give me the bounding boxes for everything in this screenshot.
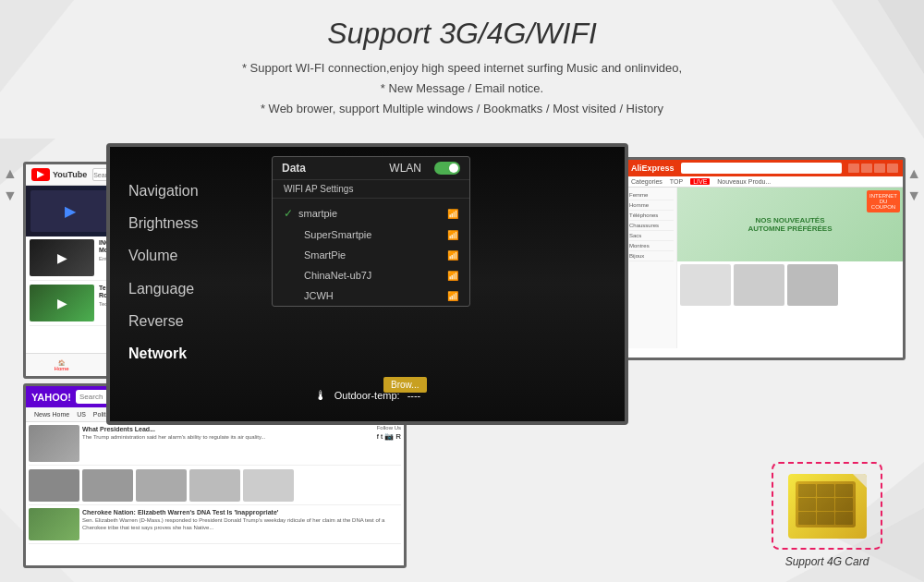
yahoo-article-1[interactable]: What Presidents Lead... The Trump admini…: [29, 425, 401, 466]
menu-item-brightness[interactable]: Brightness: [128, 207, 199, 239]
wifi-signal-icon-3: 📶: [447, 271, 458, 281]
ya-img-2a: [29, 469, 79, 502]
ali-secondary-nav: Categories TOP LIVE Nouveaux Produ...: [626, 176, 903, 188]
yt-nav-home[interactable]: 🏠Home: [55, 359, 69, 371]
yahoo-article-title-3: Cherokee Nation: Elizabeth Warren's DNA …: [82, 508, 401, 516]
ya-img-2d: [189, 469, 240, 502]
wifi-name-jcwh: JCWH: [304, 290, 334, 301]
ali-product-2[interactable]: [734, 264, 784, 306]
ali-product-3[interactable]: [787, 264, 838, 306]
instagram-icon: 📷: [384, 432, 394, 441]
subtitle-line-3: * Web brower, support Multiple windows /…: [18, 99, 906, 119]
menu-item-reverse[interactable]: Reverse: [128, 305, 199, 337]
wifi-network-jcwh[interactable]: JCWH 📶: [273, 285, 469, 306]
ali-nav-nouveaux[interactable]: Nouveaux Produ...: [717, 178, 771, 185]
yahoo-nav-news[interactable]: News Home: [30, 409, 73, 419]
play-icon: ▶: [65, 202, 76, 220]
ali-sidebar-femme[interactable]: Femme: [629, 190, 674, 200]
yahoo-article-text-3: Cherokee Nation: Elizabeth Warren's DNA …: [82, 508, 401, 540]
wifi-network-smartpie[interactable]: ✓ smartpie 📶: [273, 202, 469, 224]
wifi-panel: Data WLAN WIFI AP Settings ✓ smartpie 📶: [272, 156, 470, 307]
facebook-icon: f: [377, 432, 379, 441]
ali-product-1[interactable]: [680, 264, 731, 306]
chip-cell-7: [798, 512, 816, 525]
right-navigation-arrows: ▲ ▼: [906, 166, 921, 203]
ali-sidebar-telephones[interactable]: Téléphones: [629, 211, 674, 221]
play-icon-3: ▶: [30, 285, 94, 321]
chip-cell-4: [798, 498, 816, 511]
left-arrow-up[interactable]: ▲: [3, 166, 18, 181]
yahoo-follow-box: Follow Us f t 📷 R: [355, 425, 401, 462]
yahoo-content: What Presidents Lead... The Trump admini…: [26, 422, 404, 559]
check-icon: ✓: [284, 207, 293, 220]
ali-banner-area: NOS NOUVEAUTÉS AUTOMNE PRÉFÉRÉES INTERNE…: [677, 188, 903, 348]
wifi-network-supersmart[interactable]: SuperSmartpie 📶: [273, 224, 469, 245]
chip-cell-3: [835, 484, 853, 497]
wifi-signal-icon-0: 📶: [447, 209, 458, 219]
sim-label: Support 4G Card: [758, 555, 896, 568]
ali-sidebar-homme[interactable]: Homme: [629, 200, 674, 211]
youtube-logo: YouTube: [31, 168, 87, 181]
ali-logo: AliExpress: [631, 164, 675, 173]
ali-sidebar-bijoux[interactable]: Bijoux: [629, 251, 674, 261]
right-arrow-up[interactable]: ▲: [906, 166, 921, 181]
ali-nav-top[interactable]: TOP: [670, 178, 683, 185]
wifi-signal-icon-1: 📶: [447, 230, 458, 240]
ali-search-bar[interactable]: [681, 163, 842, 174]
yahoo-article-text-1: What Presidents Lead... The Trump admini…: [82, 425, 352, 462]
menu-item-network[interactable]: Network: [128, 337, 199, 370]
ya-img-2e: [243, 469, 294, 502]
ali-sidebar-sacs[interactable]: Sacs: [629, 231, 674, 241]
chip-cell-6: [835, 498, 853, 511]
yahoo-nav-us[interactable]: US: [73, 409, 90, 419]
yahoo-article-desc-1: The Trump administration said her alarm'…: [82, 434, 352, 442]
wifi-network-list: ✓ smartpie 📶 SuperSmartpie 📶 SmartPie 📶: [273, 202, 469, 306]
wifi-name-chinanet: ChinaNet-ub7J: [304, 270, 371, 281]
page-wrapper: Support 3G/4G/WIFI * Support WI-FI conne…: [0, 0, 924, 582]
yahoo-article-img-1: [29, 425, 79, 462]
nav-menu: Navigation Brightness Volume Language Re…: [128, 175, 199, 370]
ali-content: Femme Homme Téléphones Chaussures Sacs M…: [626, 188, 903, 348]
ap-settings-row[interactable]: WIFI AP Settings: [273, 180, 469, 199]
ya-img-2c: [136, 469, 187, 502]
ali-sidebar-chaussures[interactable]: Chaussures: [629, 221, 674, 231]
right-arrow-down[interactable]: ▼: [906, 188, 921, 203]
page-title: Support 3G/4G/WIFI: [18, 17, 906, 51]
play-icon: ▶: [30, 239, 94, 276]
menu-item-navigation[interactable]: Navigation: [128, 175, 199, 207]
menu-item-volume[interactable]: Volume: [128, 239, 199, 272]
yahoo-main: What Presidents Lead... The Trump admini…: [26, 422, 404, 559]
rss-icon: R: [395, 432, 401, 441]
wlan-label: WLAN: [389, 162, 421, 175]
aliexpress-header: AliExpress: [626, 160, 903, 176]
yahoo-social-icons: f t 📷 R: [355, 432, 401, 441]
wifi-signal-icon-4: 📶: [447, 291, 458, 301]
yahoo-article-title-1: What Presidents Lead...: [82, 425, 352, 433]
wlan-toggle[interactable]: [434, 162, 460, 175]
left-arrow-down[interactable]: ▼: [3, 188, 18, 203]
chip-cell-8: [817, 512, 834, 525]
ali-sidebar-montres[interactable]: Montres: [629, 241, 674, 251]
ali-icon-2: [861, 164, 872, 173]
browse-button[interactable]: Brow...: [383, 377, 427, 393]
wifi-network-chinanet[interactable]: ChinaNet-ub7J 📶: [273, 265, 469, 285]
wifi-network-smartpie2[interactable]: SmartPie 📶: [273, 245, 469, 265]
page-header: Support 3G/4G/WIFI * Support WI-FI conne…: [0, 0, 924, 127]
ali-icon-1: [848, 164, 859, 173]
twitter-icon: t: [381, 432, 383, 441]
chip-cell-5: [817, 498, 834, 511]
yahoo-article-row-2[interactable]: [29, 469, 401, 505]
ali-nav-categories[interactable]: Categories: [631, 178, 663, 185]
menu-item-language[interactable]: Language: [128, 273, 199, 305]
ali-banner-text: NOS NOUVEAUTÉS AUTOMNE PRÉFÉRÉES: [748, 216, 833, 233]
wifi-name-smartpie: smartpie: [298, 208, 337, 219]
ali-nav-live[interactable]: LIVE: [690, 178, 710, 185]
wifi-name-supersmart: SuperSmartpie: [304, 229, 371, 240]
yahoo-article-3[interactable]: Cherokee Nation: Elizabeth Warren's DNA …: [29, 508, 401, 544]
yt-featured-thumb: ▶: [30, 190, 109, 232]
yahoo-article-desc-3: Sen. Elizabeth Warren (D-Mass.) responde…: [82, 517, 401, 532]
ali-icon-4: [887, 164, 898, 173]
center-screen: Navigation Brightness Volume Language Re…: [106, 143, 628, 425]
ali-icon-3: [874, 164, 885, 173]
left-navigation-arrows: ▲ ▼: [3, 166, 18, 203]
